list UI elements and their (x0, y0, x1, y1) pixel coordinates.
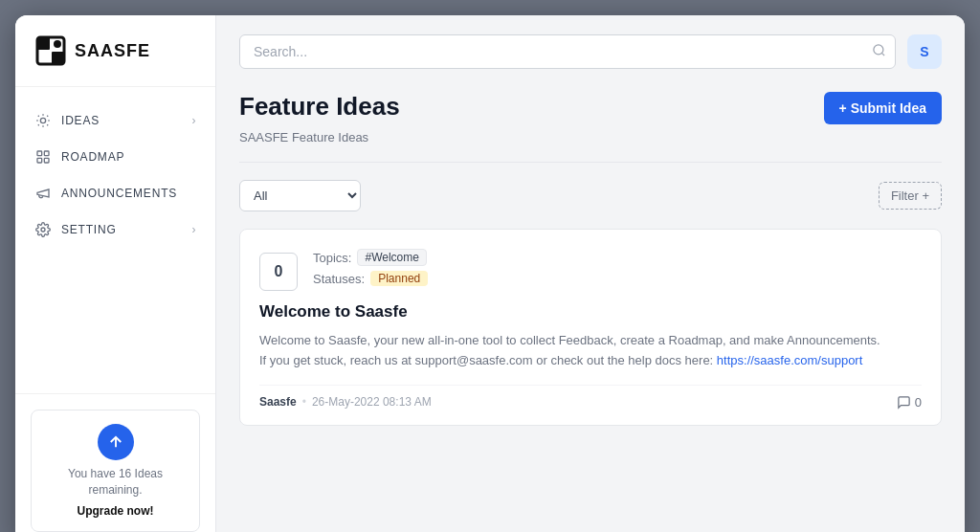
search-input[interactable] (239, 34, 896, 69)
user-avatar-button[interactable]: S (907, 34, 942, 69)
sidebar-item-roadmap[interactable]: ROADMAP (15, 139, 215, 175)
svg-rect-5 (37, 151, 42, 156)
statuses-label: Statuses: (313, 272, 365, 286)
sidebar-bottom: You have 16 Ideas remaining. Upgrade now… (15, 393, 215, 532)
topbar: S (239, 34, 942, 69)
svg-rect-1 (37, 37, 50, 50)
card-author: Saasfe • 26-May-2022 08:13 AM (259, 395, 432, 409)
sidebar-item-setting-label: SETTING (61, 223, 183, 236)
svg-point-9 (41, 228, 45, 232)
logo-icon (34, 34, 67, 67)
megaphone-icon (34, 185, 52, 202)
page-header: Feature Ideas + Submit Idea (239, 92, 942, 124)
upgrade-text: You have 16 Ideas remaining. (43, 466, 188, 499)
section-divider (239, 162, 942, 163)
card-topics-row: Topics: #Welcome (313, 249, 922, 266)
sidebar-logo: SAASFE (15, 15, 215, 87)
card-title: Welcome to Saasfe (259, 302, 922, 321)
svg-rect-8 (44, 158, 49, 163)
comment-count[interactable]: 0 (897, 395, 922, 410)
app-window: SAASFE IDEAS › ROADMAP (15, 15, 965, 532)
svg-rect-6 (44, 151, 49, 156)
sidebar-item-ideas-label: IDEAS (61, 114, 183, 127)
filter-button[interactable]: Filter + (879, 182, 942, 210)
search-wrapper (239, 34, 896, 69)
post-date: 26-May-2022 08:13 AM (312, 395, 432, 409)
svg-point-3 (54, 40, 61, 48)
sidebar: SAASFE IDEAS › ROADMAP (15, 15, 216, 532)
upgrade-box: You have 16 Ideas remaining. Upgrade now… (31, 410, 200, 532)
sidebar-item-announcements-label: ANNOUNCEMENTS (61, 187, 196, 200)
lightbulb-icon (34, 112, 52, 129)
comment-count-value: 0 (915, 395, 922, 410)
svg-point-4 (40, 118, 45, 122)
submit-idea-button[interactable]: + Submit Idea (824, 92, 942, 124)
status-tag[interactable]: Planned (370, 271, 428, 286)
gear-icon (34, 221, 52, 238)
filter-row: All Planned In Progress Completed Filter… (239, 180, 942, 211)
roadmap-icon (34, 148, 52, 166)
card-statuses-row: Statuses: Planned (313, 271, 922, 286)
comment-icon (897, 395, 911, 410)
sidebar-nav: IDEAS › ROADMAP ANNOUNCEMENTS (15, 87, 215, 393)
card-meta: Topics: #Welcome Statuses: Planned (313, 249, 922, 291)
idea-card: 0 Topics: #Welcome Statuses: Planned Wel… (239, 229, 942, 426)
sidebar-item-setting[interactable]: SETTING › (15, 211, 215, 248)
page-subtitle: SAASFE Feature Ideas (239, 130, 942, 144)
chevron-right-icon-2: › (192, 223, 197, 236)
author-name: Saasfe (259, 395, 297, 409)
status-filter-select[interactable]: All Planned In Progress Completed (239, 180, 361, 211)
chevron-right-icon: › (192, 114, 197, 127)
sidebar-item-roadmap-label: ROADMAP (61, 150, 196, 164)
topic-tag[interactable]: #Welcome (357, 249, 426, 266)
card-body: Welcome to Saasfe, your new all-in-one t… (259, 331, 922, 371)
svg-point-10 (874, 45, 883, 55)
upgrade-link[interactable]: Upgrade now! (78, 504, 154, 518)
card-footer: Saasfe • 26-May-2022 08:13 AM 0 (259, 385, 922, 410)
search-button[interactable] (872, 43, 886, 60)
page-title: Feature Ideas (239, 92, 400, 122)
svg-rect-7 (37, 158, 42, 163)
sidebar-item-announcements[interactable]: ANNOUNCEMENTS (15, 175, 215, 211)
card-top: 0 Topics: #Welcome Statuses: Planned (259, 249, 922, 291)
logo-text: SAASFE (75, 41, 150, 61)
support-link[interactable]: https://saasfe.com/support (717, 353, 862, 367)
vote-button[interactable]: 0 (259, 253, 298, 291)
sidebar-item-ideas[interactable]: IDEAS › (15, 102, 215, 139)
topics-label: Topics: (313, 251, 351, 265)
main-content: S Feature Ideas + Submit Idea SAASFE Fea… (216, 15, 965, 532)
dot-separator: • (302, 395, 306, 409)
upgrade-circle-icon (98, 424, 134, 460)
svg-rect-2 (52, 52, 64, 64)
